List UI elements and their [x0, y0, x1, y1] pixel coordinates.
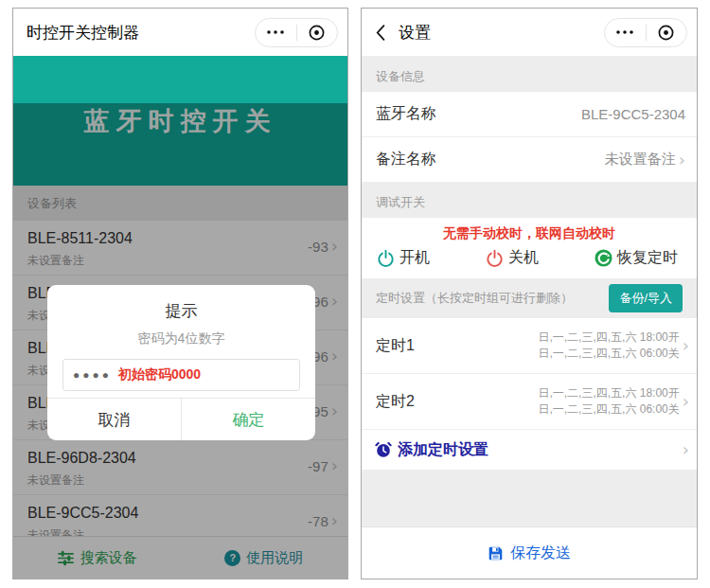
timer-label: 定时2 [376, 392, 415, 412]
save-bar: 保存发送 [362, 526, 697, 579]
more-icon [266, 30, 285, 34]
bt-name-label: 蓝牙名称 [376, 104, 436, 124]
settings-screen: 设置 设备信息 蓝牙名称 [361, 8, 698, 579]
dialog-title: 提示 [47, 300, 315, 322]
timer-section-bar: 定时设置（长按定时组可进行删除） 备份/导入 [362, 278, 697, 318]
chevron-right-icon: › [683, 337, 689, 354]
debug-card: 无需手动校时，联网自动校时 开机 关机 [362, 218, 697, 278]
dialog-buttons: 取消 确定 [47, 398, 315, 440]
note-name-label: 备注名称 [376, 150, 436, 169]
bt-name-row: 蓝牙名称 BLE-9CC5-2304 [362, 92, 697, 136]
password-dots: ●●●● [73, 368, 112, 382]
restore-timer-label: 恢复定时 [617, 248, 678, 268]
debug-buttons: 开机 关机 [362, 241, 697, 268]
add-timer-button[interactable]: 添加定时设置 › [362, 430, 697, 470]
more-icon [615, 30, 634, 34]
power-on-label: 开机 [399, 248, 430, 268]
power-off-icon [486, 249, 504, 267]
bt-name-value: BLE-9CC5-2304 [581, 106, 685, 122]
alarm-clock-icon [375, 441, 392, 458]
spacer [362, 470, 697, 526]
save-send-label: 保存发送 [510, 543, 571, 563]
settings-title: 设置 [399, 22, 431, 44]
section-timer-settings: 定时设置（长按定时组可进行删除） [376, 290, 573, 307]
settings-page: 设备信息 蓝牙名称 BLE-9CC5-2304 备注名称 未设置备注 › 调试开… [362, 56, 697, 579]
chevron-right-icon: › [679, 151, 685, 169]
timer-row-2[interactable]: 定时2 日,一,二,三,四,五,六 18:00开 日,一,二,三,四,五,六 0… [362, 374, 697, 430]
restore-icon [595, 249, 612, 267]
restore-timer-button[interactable]: 恢复定时 [595, 248, 678, 268]
back-arrow-icon [375, 24, 385, 42]
password-dialog: 提示 密码为4位数字 ●●●● 初始密码0000 取消 确定 [47, 285, 315, 440]
timer-schedule-line2: 日,一,二,三,四,五,六 06:00关 [538, 347, 679, 360]
chevron-right-icon: › [683, 441, 689, 458]
add-timer-label: 添加定时设置 [398, 440, 488, 460]
device-info-card: 蓝牙名称 BLE-9CC5-2304 备注名称 未设置备注 › [362, 92, 697, 182]
right-navbar: 设置 [362, 9, 697, 56]
timer-label: 定时1 [376, 336, 415, 356]
confirm-button[interactable]: 确定 [182, 399, 315, 440]
password-hint: 初始密码0000 [118, 366, 201, 383]
power-off-button[interactable]: 关机 [486, 248, 539, 268]
section-debug-switch: 调试开关 [362, 182, 697, 218]
dialog-subtitle: 密码为4位数字 [47, 330, 315, 347]
save-send-button[interactable]: 保存发送 [488, 543, 571, 563]
left-navbar: 时控开关控制器 [13, 9, 347, 56]
chevron-right-icon: › [683, 393, 689, 410]
wechat-capsule [604, 18, 687, 47]
note-name-value: 未设置备注 [605, 151, 676, 169]
time-sync-notice: 无需手动校时，联网自动校时 [362, 224, 697, 241]
timer-row-1[interactable]: 定时1 日,一,二,三,四,五,六 18:00开 日,一,二,三,四,五,六 0… [362, 318, 697, 374]
device-list-screen: 时控开关控制器 蓝牙时控开关 设备列表 [12, 8, 348, 579]
save-icon [488, 545, 504, 561]
more-button[interactable] [256, 19, 296, 46]
wechat-capsule [255, 18, 338, 47]
power-on-icon [377, 249, 395, 267]
backup-import-button[interactable]: 备份/导入 [609, 284, 683, 312]
minimize-button[interactable] [647, 19, 687, 46]
timer-schedule-line2: 日,一,二,三,四,五,六 06:00关 [538, 402, 679, 416]
power-on-button[interactable]: 开机 [377, 248, 430, 268]
timer-schedule-line1: 日,一,二,三,四,五,六 18:00开 [538, 330, 679, 344]
page-title: 时控开关控制器 [27, 22, 139, 44]
more-button[interactable] [605, 19, 646, 46]
timer-schedule: 日,一,二,三,四,五,六 18:00开 日,一,二,三,四,五,六 06:00… [538, 385, 679, 418]
note-name-row[interactable]: 备注名称 未设置备注 › [362, 136, 697, 182]
timer-schedule-line1: 日,一,二,三,四,五,六 18:00开 [538, 386, 679, 400]
password-input[interactable]: ●●●● 初始密码0000 [62, 359, 300, 391]
section-device-info: 设备信息 [362, 56, 697, 92]
target-icon [308, 24, 326, 42]
back-button[interactable] [375, 24, 385, 42]
power-off-label: 关机 [508, 248, 539, 268]
target-icon [657, 24, 675, 42]
device-list-page: 蓝牙时控开关 设备列表 BLE-8511-2304 未设置备注 -93› BLE… [13, 56, 347, 579]
timer-schedule: 日,一,二,三,四,五,六 18:00开 日,一,二,三,四,五,六 06:00… [538, 330, 679, 362]
screenshot-stage: 时控开关控制器 蓝牙时控开关 设备列表 [0, 0, 710, 588]
cancel-button[interactable]: 取消 [47, 399, 182, 440]
minimize-button[interactable] [297, 19, 338, 46]
